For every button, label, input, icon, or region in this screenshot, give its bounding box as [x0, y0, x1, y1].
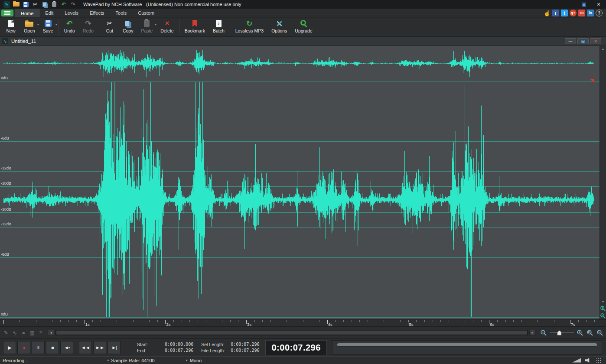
undo-label: Undo — [64, 28, 75, 33]
paste-icon[interactable] — [51, 1, 58, 8]
volume-slider-icon[interactable] — [572, 358, 581, 363]
redo-icon[interactable]: ↷ — [70, 1, 77, 8]
cut-icon[interactable]: ✂ — [32, 1, 39, 8]
zoom-slider-thumb[interactable] — [557, 331, 561, 335]
channels-dropdown[interactable]: ▾ Mono — [186, 358, 202, 363]
redo-arrow-icon: ↷ — [85, 19, 91, 28]
fast-forward-button[interactable]: ►► — [93, 341, 106, 354]
scrub-button[interactable]: ◄• — [60, 341, 73, 354]
resize-grip[interactable] — [596, 358, 602, 363]
speaker-icon[interactable] — [585, 358, 592, 363]
smooth-tool-icon[interactable]: ≈ — [20, 329, 27, 337]
batch-button[interactable]: ♪ Batch — [209, 18, 228, 36]
open-button[interactable]: Open ▾ — [20, 18, 39, 36]
skip-to-end-button[interactable]: ►| — [108, 341, 121, 354]
doc-close-button[interactable]: × — [590, 38, 601, 44]
transport-bar: ▶●Ⅱ■◄•◄◄►►►| Start:0:00:00.000 End:0:00:… — [0, 338, 606, 356]
save-dropdown-caret[interactable]: ▾ — [55, 23, 57, 26]
googleplus-icon[interactable]: g+ — [570, 10, 577, 16]
end-value: 0:00:07.296 — [165, 348, 193, 353]
zoom-full-button[interactable] — [596, 329, 604, 337]
vertical-scroll-track[interactable] — [600, 52, 606, 298]
horizontal-scroll-thumb[interactable] — [56, 331, 527, 335]
open-folder-icon — [25, 22, 33, 27]
zoom-slider-track[interactable] — [550, 332, 574, 333]
vertical-zoom-out-button[interactable] — [600, 312, 606, 319]
ribbon-separator — [99, 20, 99, 35]
like-icon[interactable]: ☝ — [544, 10, 551, 16]
zoom-slider[interactable] — [550, 330, 574, 335]
tab-custom[interactable]: Custom — [132, 9, 160, 17]
scroll-left-button[interactable]: ◄ — [48, 330, 54, 336]
paste-button[interactable]: Paste ▾ — [137, 18, 156, 36]
close-button[interactable]: × — [591, 0, 606, 9]
tab-tools[interactable]: Tools — [110, 9, 133, 17]
rewind-button[interactable]: ◄◄ — [79, 341, 92, 354]
timeline-ruler[interactable]: 1s2s3s4s5s6s7s — [0, 319, 606, 326]
magnifier-minus-icon — [540, 329, 547, 336]
upgrade-button[interactable]: Upgrade — [291, 18, 316, 36]
envelope-tool-icon[interactable]: ∿ — [11, 329, 19, 337]
scroll-down-button[interactable]: ▼ — [600, 298, 606, 305]
undo-icon[interactable]: ↶ — [60, 1, 67, 8]
copy-button[interactable]: Copy — [119, 18, 137, 36]
waveform-canvas[interactable] — [0, 46, 599, 319]
cut-button[interactable]: ✂ Cut — [101, 18, 119, 36]
paste-label: Paste — [141, 28, 153, 33]
ribbon-toolbar: New Open ▾ Save ▾ ↶ Undo ↷ Redo ✂ Cut Co… — [0, 18, 606, 37]
stop-button[interactable]: ■ — [46, 341, 59, 354]
minimize-button[interactable]: — — [562, 0, 577, 9]
db-label: -12dB — [1, 222, 11, 226]
tab-home[interactable]: Home — [15, 9, 39, 17]
start-label: Start: — [137, 342, 162, 347]
vertical-zoom-in-button[interactable] — [600, 305, 606, 312]
options-label: Options — [271, 28, 287, 33]
options-button[interactable]: Options — [267, 18, 291, 36]
marker-list-icon[interactable]: ≡ — [37, 329, 45, 337]
play-button[interactable]: ▶ — [3, 341, 16, 354]
lossless-mp3-button[interactable]: ↻ Lossless MP3 — [231, 18, 267, 36]
zoom-selection-button[interactable] — [586, 329, 594, 337]
save-button[interactable]: Save ▾ — [39, 18, 57, 36]
facebook-icon[interactable]: f — [552, 10, 559, 16]
tab-effects[interactable]: Effects — [84, 9, 110, 17]
document-titlebar: ∿ Untitled_11 — ▣ × — [0, 37, 606, 46]
ribbon-tabs: HomeEditLevelsEffectsToolsCustom — [15, 9, 160, 17]
zoom-in-button[interactable] — [576, 329, 584, 337]
tab-edit[interactable]: Edit — [39, 9, 59, 17]
record-button[interactable]: ● — [17, 341, 30, 354]
zoom-out-button[interactable] — [540, 329, 547, 337]
undo-button[interactable]: ↶ Undo — [60, 18, 79, 36]
redo-button[interactable]: ↷ Redo — [79, 18, 98, 36]
meter-groove — [337, 343, 597, 347]
new-button[interactable]: New — [2, 18, 20, 36]
linkedin-icon[interactable]: in — [587, 10, 594, 16]
horizontal-scroll-track[interactable] — [55, 330, 528, 335]
open-icon[interactable] — [13, 1, 20, 8]
main-menu-button[interactable] — [1, 10, 13, 16]
maximize-button[interactable]: ▣ — [577, 0, 591, 9]
ribbon-separator — [59, 20, 59, 35]
spectrum-tool-icon[interactable]: ▥ — [28, 329, 36, 337]
timeline-label: 1s — [85, 322, 90, 327]
level-meter — [332, 340, 602, 355]
scroll-up-button[interactable]: ▲ — [600, 46, 606, 52]
help-icon[interactable]: ? — [596, 10, 603, 16]
vertical-scrollbar[interactable]: ▲ ▼ — [599, 46, 606, 319]
twitter-icon[interactable]: t — [561, 10, 568, 16]
copy-icon[interactable] — [41, 1, 48, 8]
scroll-right-button[interactable]: ► — [529, 330, 536, 336]
magnifier-plus-icon — [600, 306, 606, 312]
save-icon[interactable] — [22, 1, 29, 8]
delete-button[interactable]: × Delete — [156, 18, 177, 36]
draw-tool-icon[interactable]: ✎ — [2, 329, 10, 337]
tab-levels[interactable]: Levels — [59, 9, 84, 17]
save-label: Save — [43, 28, 53, 33]
email-icon[interactable]: ✉ — [578, 10, 585, 16]
doc-minimize-button[interactable]: — — [565, 38, 576, 44]
new-label: New — [6, 28, 15, 33]
sample-rate-dropdown[interactable]: ▾ Sample Rate: 44100 — [107, 358, 154, 363]
bookmark-button[interactable]: Bookmark — [181, 18, 209, 36]
doc-restore-button[interactable]: ▣ — [577, 38, 589, 44]
pause-button[interactable]: Ⅱ — [32, 341, 45, 354]
